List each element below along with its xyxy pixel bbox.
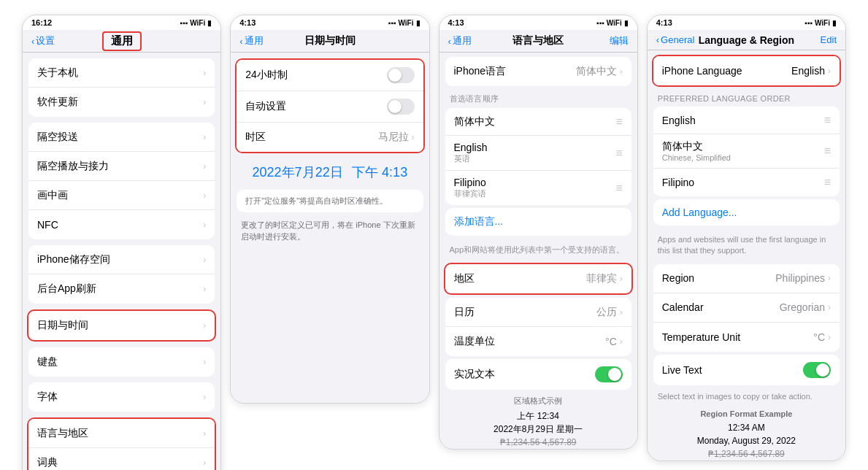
lang-row-fil[interactable]: Filipino 菲律宾语 ≡ (445, 171, 631, 205)
settings-row-dict[interactable]: 词典 › (28, 448, 215, 470)
chevron-icon: › (620, 336, 623, 347)
phone2-back[interactable]: ‹ 通用 (239, 34, 263, 47)
phone4-edit[interactable]: Edit (821, 34, 837, 45)
lang-row-en[interactable]: English 英语 ≡ (445, 136, 631, 171)
phone4-content: iPhone Language English › PREFERRED LANG… (648, 50, 845, 461)
phone4-livetext-note: Select text in images to copy or take ac… (648, 388, 845, 407)
phone3-edit[interactable]: 编辑 (610, 34, 629, 47)
battery-icon: ▮ (832, 19, 837, 27)
settings-row-pip[interactable]: 画中画 › (28, 181, 215, 210)
toggle-livetext[interactable] (595, 366, 623, 382)
phone3-add-lang[interactable]: 添加语言... (445, 208, 631, 236)
settings-row-font[interactable]: 字体 › (28, 382, 215, 412)
settings-row-iphone-lang-en[interactable]: iPhone Language English › (653, 56, 840, 85)
phone2-date: 2022年7月22日 (253, 165, 343, 180)
chevron-icon: › (203, 68, 206, 78)
phone4-region-example: 12:34 AM Monday, August 29, 2022 ₱1,234.… (648, 421, 845, 461)
phone3-lang-group: iPhone语言 简体中文 › (445, 57, 631, 86)
settings-row-livetext4[interactable]: Live Text (653, 355, 840, 385)
settings-row-lang[interactable]: 语言与地区 › (28, 419, 215, 448)
phone1-group6: 字体 › (28, 382, 215, 412)
phone4-pref-header: PREFERRED LANGUAGE ORDER (648, 90, 845, 105)
phone3-back[interactable]: ‹ 通用 (448, 34, 472, 47)
lang-main-en4: English (662, 115, 818, 126)
phone3-livetext-group: 实况文本 (445, 359, 631, 390)
settings-row-iphone-lang[interactable]: iPhone语言 简体中文 › (445, 57, 631, 86)
phone4-add-lang[interactable]: Add Language... (653, 199, 840, 226)
chevron-icon: › (203, 458, 206, 468)
settings-row-timezone[interactable]: 时区 马尼拉 › (237, 123, 423, 152)
phone1-lang-highlighted: 语言与地区 › 词典 › (27, 417, 216, 470)
phone2-time: 4:13 (239, 18, 256, 27)
lang-row-fil4[interactable]: Filipino ≡ (653, 169, 840, 196)
lang-row-zhcn4[interactable]: 简体中文 Chinese, Simplified ≡ (653, 134, 840, 169)
settings-row-calendar4[interactable]: Calendar Gregorian › (653, 293, 840, 323)
settings-row-keyboard[interactable]: 键盘 › (28, 347, 215, 377)
phone1-group2: 隔空投送 › 隔空播放与接力 › 画中画 › NFC (28, 123, 215, 239)
chevron-icon: › (620, 307, 623, 317)
lang-row-en4[interactable]: English ≡ (653, 107, 840, 134)
phone3-region-highlighted: 地区 菲律宾 › (444, 263, 633, 295)
chevron-icon: › (620, 66, 623, 77)
phone3-nav-title: 语言与地区 (512, 34, 564, 47)
phone4-region-group: Region Philippines › Calendar Gregorian … (653, 264, 840, 352)
settings-row-temp4[interactable]: Temperature Unit °C › (653, 323, 840, 352)
settings-row-livetext[interactable]: 实况文本 (445, 359, 631, 390)
settings-row-region[interactable]: 地区 菲律宾 › (445, 264, 631, 293)
chevron-icon: › (828, 302, 831, 312)
phone3-region-example-label: 区域格式示例 (439, 393, 637, 409)
phone1-group5: 键盘 › (28, 347, 215, 377)
phone3-content: iPhone语言 简体中文 › 首选语言顺序 简体中文 ≡ (439, 53, 637, 449)
settings-row-datetime[interactable]: 日期与时间 › (28, 311, 215, 340)
settings-row-nfc[interactable]: NFC › (28, 210, 215, 239)
toggle-knob (816, 363, 829, 377)
phone3-region-example: 上午 12:34 2022年8月29日 星期一 ₱1,234.56 4,567.… (439, 409, 637, 449)
settings-row-about[interactable]: 关于本机 › (28, 58, 215, 88)
settings-row-airplay[interactable]: 隔空播放与接力 › (28, 152, 215, 181)
phone2-time-val: 下午 4:13 (352, 165, 407, 180)
chevron-icon: › (828, 332, 831, 342)
chevron-icon: › (203, 428, 206, 439)
phone1-nav: ‹ 设置 通用 (23, 30, 220, 53)
phone3-time: 4:13 (448, 18, 464, 27)
settings-row-calendar[interactable]: 日历 公历 › (445, 298, 631, 327)
phone2-desc1: 打开"定位服务"将提高自动时区准确性。 (237, 190, 423, 212)
lang-main-fil: Filipino 菲律宾语 (454, 177, 610, 199)
phone1-back[interactable]: ‹ 设置 (31, 34, 55, 47)
settings-row-airdrop[interactable]: 隔空投送 › (28, 123, 215, 152)
settings-row-region4[interactable]: Region Philippines › (653, 264, 840, 293)
phone2-datetime-display: 2022年7月22日 下午 4:13 (231, 159, 429, 185)
chevron-icon: › (203, 161, 206, 172)
toggle-auto[interactable] (387, 99, 415, 115)
settings-row-apprefresh[interactable]: 后台App刷新 › (28, 274, 215, 304)
chevron-icon: › (203, 357, 206, 367)
chevron-back-icon: ‹ (448, 36, 451, 47)
chevron-icon: › (828, 273, 831, 283)
phone2-frame: 4:13 ▪▪▪ WiFi ▮ ‹ 通用 日期与时间 2 (230, 15, 429, 404)
signal-icon: ▪▪▪ (804, 19, 813, 27)
phone1-datetime-highlighted: 日期与时间 › (27, 309, 216, 342)
phone4-livetext-group: Live Text (653, 355, 840, 385)
settings-row-24h[interactable]: 24小时制 (237, 60, 423, 91)
phone2-nav-title: 日期与时间 (304, 34, 356, 47)
chevron-icon: › (828, 66, 831, 76)
phone3-nav: ‹ 通用 语言与地区 编辑 (439, 30, 637, 53)
phone1-status-bar: 16:12 ▪▪▪ WiFi ▮ (23, 15, 220, 30)
signal-icon: ▪▪▪ (388, 19, 396, 27)
lang-main-en: English 英语 (454, 142, 610, 164)
phone2-status-bar: 4:13 ▪▪▪ WiFi ▮ (231, 15, 429, 30)
settings-row-auto[interactable]: 自动设置 (237, 91, 423, 123)
settings-row-temp[interactable]: 温度单位 °C › (445, 327, 631, 356)
phone4-region-example-label: Region Format Example (648, 407, 845, 421)
chevron-icon: › (203, 97, 206, 107)
lang-row-zhcn[interactable]: 简体中文 ≡ (445, 108, 631, 136)
phone4-status-bar: 4:13 ▪▪▪ WiFi ▮ (648, 15, 845, 30)
settings-row-storage[interactable]: iPhone储存空间 › (28, 245, 215, 274)
toggle-livetext4[interactable] (803, 362, 831, 378)
phone1-group3: iPhone储存空间 › 后台App刷新 › (28, 245, 215, 304)
phone4-back[interactable]: ‹ General (656, 34, 695, 45)
chevron-icon: › (620, 274, 623, 284)
toggle-24h[interactable] (387, 67, 415, 83)
settings-row-software[interactable]: 软件更新 › (28, 88, 215, 117)
battery-icon: ▮ (624, 19, 629, 27)
